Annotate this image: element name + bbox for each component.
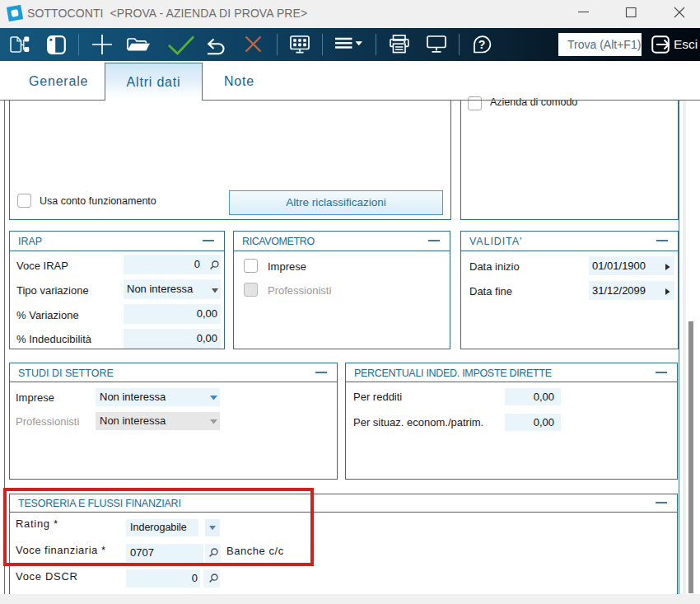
svg-text:?: ? [478,38,486,51]
